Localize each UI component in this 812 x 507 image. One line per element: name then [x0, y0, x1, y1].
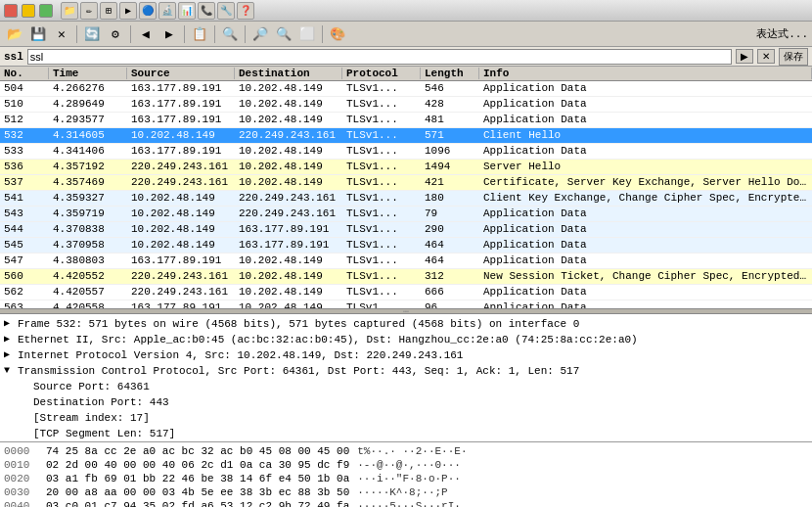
table-row[interactable]: 5454.37095810.202.48.149163.177.89.191TL…: [0, 238, 812, 254]
table-row[interactable]: 5374.357469220.249.243.16110.202.48.149T…: [0, 175, 812, 191]
table-row[interactable]: 5434.35971910.202.48.149220.249.243.161T…: [0, 207, 812, 222]
toolbar-goto[interactable]: 📋: [189, 23, 210, 45]
cell-5: 464: [421, 238, 479, 253]
cell-5: 1494: [421, 160, 479, 174]
toolbar-close[interactable]: ✕: [51, 23, 72, 45]
col-source[interactable]: Source: [127, 68, 235, 79]
detail-row[interactable]: [TCP Segment Len: 517]: [0, 426, 812, 441]
cell-6: Application Data: [479, 222, 812, 237]
table-row[interactable]: 5044.266276163.177.89.19110.202.48.149TL…: [0, 81, 812, 97]
toolbar-capture-options[interactable]: ⚙: [105, 23, 126, 45]
menu-go[interactable]: ▶: [119, 2, 137, 20]
menu-telephony[interactable]: 📞: [198, 2, 215, 20]
menu-view[interactable]: ⊞: [100, 2, 117, 20]
packet-list[interactable]: 5044.266276163.177.89.19110.202.48.149TL…: [0, 81, 812, 308]
toolbar-zoom-reset[interactable]: ⬜: [296, 23, 318, 45]
filter-save-button[interactable]: 保存: [779, 48, 808, 66]
menu-edit[interactable]: ✏️: [80, 2, 98, 20]
cell-0: 510: [0, 97, 49, 112]
toolbar-back[interactable]: ◀: [135, 23, 157, 45]
expand-arrow-icon: ▶: [4, 348, 18, 362]
col-time[interactable]: Time: [49, 68, 127, 79]
toolbar-save[interactable]: 💾: [27, 23, 49, 45]
detail-row[interactable]: ▼Transmission Control Protocol, Src Port…: [0, 363, 812, 379]
cell-2: 10.202.48.149: [127, 128, 235, 143]
cell-2: 10.202.48.149: [127, 238, 235, 253]
detail-row[interactable]: ▶Ethernet II, Src: Apple_ac:b0:45 (ac:bc…: [0, 332, 812, 347]
col-protocol[interactable]: Protocol: [342, 68, 421, 79]
toolbar-colorize[interactable]: 🎨: [327, 23, 348, 45]
toolbar-find[interactable]: 🔍: [219, 23, 241, 45]
toolbar-open[interactable]: 📂: [4, 23, 25, 45]
cell-5: 421: [421, 175, 479, 190]
cell-0: 545: [0, 238, 49, 253]
cell-6: Client Key Exchange, Change Cipher Spec,…: [479, 191, 812, 206]
cell-4: TLSv1...: [342, 97, 421, 112]
col-info[interactable]: Info: [479, 68, 812, 79]
minimize-button[interactable]: [22, 4, 35, 18]
detail-text: [Stream index: 17]: [18, 411, 808, 425]
cell-4: TLSv1...: [342, 254, 421, 268]
cell-1: 4.370958: [49, 238, 127, 253]
packet-detail[interactable]: ▶Frame 532: 571 bytes on wire (4568 bits…: [0, 314, 812, 441]
cell-3: 10.202.48.149: [235, 269, 342, 284]
table-row[interactable]: 5324.31460510.202.48.149220.249.243.161T…: [0, 128, 812, 144]
cell-4: TLSv1...: [342, 113, 421, 127]
filter-bar: ssl ▶ ✕ 保存: [0, 47, 812, 67]
detail-row[interactable]: [Stream index: 17]: [0, 410, 812, 426]
cell-5: 96: [421, 300, 479, 308]
toolbar-forward[interactable]: ▶: [158, 23, 180, 45]
menu-analyze[interactable]: 🔬: [158, 2, 176, 20]
cell-2: 163.177.89.191: [127, 113, 235, 127]
cell-0: 512: [0, 113, 49, 127]
cell-1: 4.359719: [49, 207, 127, 221]
toolbar-zoom-out[interactable]: 🔍: [273, 23, 294, 45]
table-row[interactable]: 5624.420557220.249.243.16110.202.48.149T…: [0, 285, 812, 300]
cell-2: 10.202.48.149: [127, 191, 235, 206]
menu-capture[interactable]: 🔵: [139, 2, 157, 20]
menu-file[interactable]: 📁: [61, 2, 78, 20]
col-destination[interactable]: Destination: [235, 68, 342, 79]
cell-4: TLSv1...: [342, 81, 421, 96]
table-row[interactable]: 5474.380803163.177.89.19110.202.48.149TL…: [0, 254, 812, 269]
detail-row[interactable]: Source Port: 64361: [0, 379, 812, 394]
menu-stats[interactable]: 📊: [178, 2, 196, 20]
table-row[interactable]: 5604.420552220.249.243.16110.202.48.149T…: [0, 269, 812, 285]
detail-row[interactable]: Destination Port: 443: [0, 394, 812, 410]
window-controls[interactable]: [4, 4, 53, 18]
close-button[interactable]: [4, 4, 18, 18]
filter-clear-button[interactable]: ✕: [757, 49, 775, 64]
hex-bytes: 20 00 a8 aa 00 00 03 4b 5e ee 38 3b ec 8…: [46, 485, 349, 499]
menu-icons[interactable]: 📁 ✏️ ⊞ ▶ 🔵 🔬 📊 📞 🔧 ❓: [61, 2, 254, 20]
cell-3: 220.249.243.161: [235, 128, 342, 143]
detail-text: Internet Protocol Version 4, Src: 10.202…: [18, 348, 808, 362]
hex-bytes: 03 a1 fb 69 01 bb 22 46 be 38 14 6f e4 5…: [46, 472, 349, 485]
table-row[interactable]: 5364.357192220.249.243.16110.202.48.149T…: [0, 160, 812, 175]
table-row[interactable]: 5444.37083810.202.48.149163.177.89.191TL…: [0, 222, 812, 238]
table-row[interactable]: 5104.289649163.177.89.19110.202.48.149TL…: [0, 97, 812, 113]
filter-apply-button[interactable]: ▶: [736, 49, 753, 64]
toolbar-reload[interactable]: 🔄: [81, 23, 103, 45]
cell-2: 163.177.89.191: [127, 254, 235, 268]
menu-tools[interactable]: 🔧: [217, 2, 235, 20]
cell-6: Application Data: [479, 144, 812, 159]
table-row[interactable]: 5334.341406163.177.89.19110.202.48.149TL…: [0, 144, 812, 160]
col-no[interactable]: No.: [0, 68, 49, 79]
detail-text: Destination Port: 443: [18, 395, 808, 409]
hex-addr: 0040: [4, 499, 38, 507]
filter-input[interactable]: [27, 49, 732, 65]
cell-4: TLSv1...: [342, 128, 421, 143]
menu-help[interactable]: ❓: [237, 2, 254, 20]
toolbar-zoom-in[interactable]: 🔎: [249, 23, 271, 45]
cell-2: 220.249.243.161: [127, 269, 235, 284]
cell-6: Application Data: [479, 254, 812, 268]
table-row[interactable]: 5414.35932710.202.48.149220.249.243.161T…: [0, 191, 812, 207]
hex-content[interactable]: 000074 25 8a cc 2e a0 ac bc 32 ac b0 45 …: [0, 442, 812, 507]
cell-6: New Session Ticket, Change Cipher Spec, …: [479, 269, 812, 284]
maximize-button[interactable]: [39, 4, 53, 18]
detail-row[interactable]: ▶Frame 532: 571 bytes on wire (4568 bits…: [0, 316, 812, 332]
detail-row[interactable]: ▶Internet Protocol Version 4, Src: 10.20…: [0, 347, 812, 363]
table-row[interactable]: 5124.293577163.177.89.19110.202.48.149TL…: [0, 113, 812, 128]
cell-3: 220.249.243.161: [235, 191, 342, 206]
col-length[interactable]: Length: [421, 68, 479, 79]
